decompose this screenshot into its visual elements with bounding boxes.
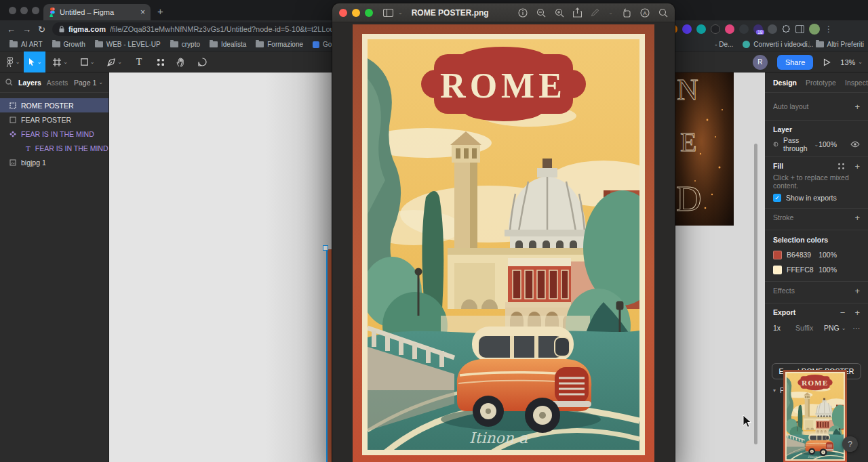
color-hex[interactable]: FFEFC8 (787, 266, 814, 274)
shape-tool-button[interactable]: ⌄ (76, 51, 99, 72)
browser-tab[interactable]: Untitled – Figma × (43, 4, 151, 20)
main-menu-button[interactable]: ⌄ (3, 51, 23, 72)
text-tool-button[interactable]: T (130, 51, 148, 72)
extension-icon-6[interactable] (739, 24, 749, 34)
tab-inspect[interactable]: Inspect (845, 79, 868, 87)
preview-disclosure-icon[interactable]: ▾ (773, 387, 776, 394)
pen-tool-button[interactable]: ⌄ (103, 51, 126, 72)
preview-sidebar-icon[interactable] (383, 9, 393, 17)
layer-row-text[interactable]: T FEAR IS IN THE MIND (0, 141, 108, 155)
figma-canvas-right[interactable]: N E D (675, 72, 765, 462)
fill-styles-icon[interactable] (837, 163, 845, 170)
fear-poster-thumbnail[interactable]: N E D (675, 72, 734, 226)
rotate-icon[interactable] (622, 8, 631, 18)
remove-export-button[interactable]: − (840, 308, 846, 318)
forward-icon[interactable]: → (22, 24, 31, 35)
bookmark-item-truncated[interactable]: - De... (715, 41, 733, 48)
export-format-select[interactable]: PNG (824, 324, 840, 332)
add-effect-button[interactable]: + (854, 286, 860, 296)
color-opacity[interactable]: 100% (818, 266, 837, 274)
layer-row-component[interactable]: FEAR IS IN THE MIND (0, 127, 108, 141)
color-hex[interactable]: B64839 (787, 251, 811, 259)
show-in-exports-checkbox[interactable]: ✓ (773, 194, 781, 202)
bookmark-item[interactable]: Growth (52, 41, 85, 48)
new-tab-button[interactable]: + (157, 5, 163, 17)
back-icon[interactable]: ← (7, 24, 16, 35)
extension-icon-7[interactable]: 18 (753, 24, 763, 34)
annotate-icon[interactable]: A (640, 8, 650, 18)
selection-color-row[interactable]: B64839 100% (765, 249, 868, 260)
other-favorites[interactable]: Altri Preferiti (816, 41, 864, 48)
preview-titlebar[interactable]: ⌄ ROME POSTER.png ⌄ A (332, 3, 675, 22)
bookmark-item[interactable]: AI ART (9, 41, 43, 48)
add-export-button[interactable]: + (854, 308, 860, 318)
extension-icon-3[interactable] (696, 24, 706, 34)
extension-icon-4[interactable] (711, 24, 720, 34)
help-button[interactable]: ? (842, 436, 858, 452)
export-options-kebab-icon[interactable]: ⋯ (853, 324, 861, 332)
zoom-out-icon[interactable] (536, 8, 546, 18)
color-swatch[interactable] (773, 251, 782, 259)
layer-row-image[interactable]: bigjpg 1 (0, 155, 108, 169)
reload-icon[interactable]: ↻ (38, 24, 45, 35)
user-avatar[interactable]: R (753, 55, 768, 70)
extension-icon-8[interactable] (768, 24, 777, 34)
hand-tool-button[interactable] (171, 51, 190, 72)
layer-row-fear-poster[interactable]: FEAR POSTER (0, 112, 108, 127)
selection-color-row[interactable]: FFEFC8 100% (765, 264, 868, 275)
bookmark-item[interactable]: WEB - LEVEL-UP (95, 41, 161, 48)
visibility-eye-icon[interactable] (850, 141, 860, 148)
bookmark-item[interactable]: Formazione (256, 41, 303, 48)
color-swatch[interactable] (773, 266, 782, 274)
share-icon[interactable] (573, 7, 582, 18)
zoom-level-select[interactable]: 13%⌄ (840, 58, 863, 66)
window-fullscreen-button[interactable] (32, 7, 39, 14)
bookmark-item[interactable]: Idealista (210, 41, 246, 48)
tab-assets[interactable]: Assets (47, 79, 68, 87)
markup-chevron-icon[interactable]: ⌄ (608, 9, 613, 16)
extensions-puzzle-icon[interactable] (782, 25, 791, 34)
browser-menu-kebab-icon[interactable]: ⋮ (825, 24, 833, 34)
frame-tool-button[interactable]: ⌄ (49, 51, 72, 72)
mouse-cursor (743, 415, 752, 428)
search-icon[interactable] (658, 8, 668, 18)
overflow-chevrons-icon[interactable]: » (799, 41, 803, 48)
add-fill-button[interactable]: + (854, 161, 860, 171)
page-selector[interactable]: Page 1⌄ (74, 79, 103, 87)
extension-icon-2[interactable] (682, 24, 692, 34)
markup-pen-icon[interactable] (591, 8, 599, 17)
present-play-icon[interactable] (823, 58, 831, 66)
tab-design[interactable]: Design (773, 79, 797, 87)
tab-close-icon[interactable]: × (140, 7, 145, 17)
tab-prototype[interactable]: Prototype (806, 79, 836, 87)
search-icon[interactable] (5, 79, 13, 86)
comment-tool-button[interactable] (193, 51, 212, 72)
preview-minimize-button[interactable] (352, 9, 360, 17)
layer-opacity-input[interactable]: 100% (818, 140, 837, 148)
selection-handle[interactable] (323, 245, 328, 251)
add-stroke-button[interactable]: + (854, 213, 860, 223)
info-icon[interactable] (518, 8, 528, 18)
side-panel-icon[interactable] (795, 25, 804, 33)
window-close-button[interactable] (9, 7, 16, 14)
extension-icon-5[interactable] (725, 24, 734, 34)
share-button[interactable]: Share (777, 55, 813, 70)
color-opacity[interactable]: 100% (818, 251, 837, 259)
tab-layers[interactable]: Layers (18, 79, 41, 87)
profile-avatar[interactable] (809, 24, 820, 35)
move-tool-button[interactable]: ⌄ (24, 51, 45, 72)
resources-tool-button[interactable] (152, 51, 170, 72)
rome-poster-frame-edge[interactable] (328, 249, 332, 462)
layer-row-rome-poster[interactable]: ROME POSTER (0, 98, 108, 112)
canvas-scrollbar[interactable] (754, 144, 757, 444)
add-auto-layout-button[interactable]: + (854, 102, 860, 112)
figma-canvas[interactable] (109, 72, 332, 462)
zoom-in-icon[interactable] (555, 8, 564, 18)
export-scale-select[interactable]: 1x (773, 324, 781, 332)
preview-close-button[interactable] (339, 9, 347, 17)
preview-fullscreen-button[interactable] (365, 9, 373, 17)
bookmark-item[interactable]: crypto (170, 41, 200, 48)
window-minimize-button[interactable] (20, 7, 28, 14)
export-suffix-input[interactable]: Suffix (795, 324, 813, 332)
blend-mode-select[interactable]: Pass through (783, 136, 811, 152)
